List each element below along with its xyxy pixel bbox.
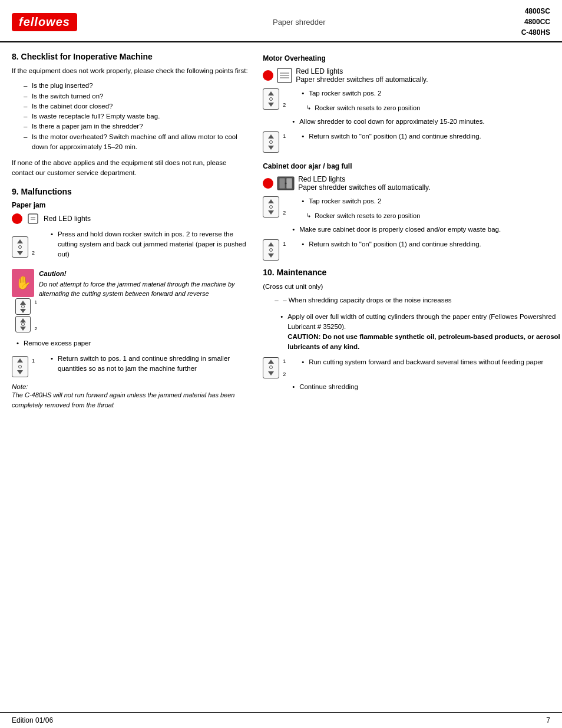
motor-return-switch-row: 1 Return switch to "on" position (1) and… <box>263 131 562 153</box>
motor-return-icon: 1 <box>263 131 279 153</box>
motor-overheating-header: Motor Overheating <box>263 54 562 62</box>
section10-subtitle: (Cross cut unit only) <box>263 282 562 292</box>
caution-body: Do not attempt to force the jammed mater… <box>39 279 249 299</box>
return-switch-row: 1 Return switch to pos. 1 and continue s… <box>12 354 249 380</box>
switch-container-return: 1 <box>12 356 32 377</box>
tri-down-r <box>17 370 23 374</box>
paper-jam-label: Paper jam <box>12 201 249 209</box>
circle-mid-2 <box>21 322 25 326</box>
model2: 4800CC <box>521 17 550 27</box>
note-block: Note: The C-480HS will not run forward a… <box>12 383 249 410</box>
tri-down-2 <box>20 327 26 331</box>
motor-red-led <box>263 70 273 81</box>
return-switch-item: Return switch to pos. 1 and continue shr… <box>51 354 249 374</box>
press-hold-bullets: Press and hold down rocker switch in pos… <box>46 229 249 261</box>
header: fellowes Paper shredder 4800SC 4800CC C-… <box>0 0 562 42</box>
cabinet-close-item: Make sure cabinet door is properly close… <box>292 225 562 235</box>
press-hold-bullet: Press and hold down rocker switch in pos… <box>51 229 249 260</box>
logo: fellowes <box>12 13 77 31</box>
section-9: 9. Malfunctions Paper jam Red LED lights <box>12 187 249 410</box>
section10-title: 10. Maintenance <box>263 268 562 277</box>
section10-caution-text: CAUTION: Do not use flammable synthetic … <box>287 333 560 350</box>
if-none-text: If none of the above applies and the equ… <box>12 158 249 179</box>
footer: Edition 01/06 7 <box>0 712 562 728</box>
check-item: Is waste receptacle full? Empty waste ba… <box>24 111 249 121</box>
switch-icon-pos2: 2 <box>12 236 28 258</box>
caution-block: ✋ 1 <box>12 269 249 332</box>
caution-title: Caution! <box>39 269 249 279</box>
cabinet-door-icon <box>277 176 295 190</box>
section10-oil-bullets: Apply oil over full width of cutting cyl… <box>263 312 562 353</box>
section9-title: 9. Malfunctions <box>12 187 249 196</box>
cabinet-return-container: 1 <box>263 239 283 261</box>
cabinet-led-text: Red LED lights <box>298 175 430 183</box>
switch-icon-stacked-1: 1 <box>15 298 31 315</box>
motor-cool-bullets: Allow shredder to cool down for approxim… <box>263 117 562 127</box>
footer-edition: Edition 01/06 <box>12 716 53 724</box>
left-column: 8. Checklist for Inoperative Machine If … <box>12 52 249 414</box>
right-column: Motor Overheating Red LED lights Paper s… <box>263 52 562 414</box>
circle-mid <box>21 305 25 308</box>
red-led-icon <box>12 213 22 224</box>
cab-circle-mid <box>269 205 273 209</box>
motor-return-num: 1 <box>283 133 286 151</box>
cabinet-door-section: Cabinet door ajar / bag full Red LED lig… <box>263 162 562 261</box>
motor-led-row: Red LED lights Paper shredder switches o… <box>263 67 562 84</box>
shredder-icon <box>27 213 39 225</box>
cabinet-red-led <box>263 178 273 189</box>
section8-intro: If the equipment does not work properly,… <box>12 66 249 76</box>
paper-jam-subsection: Paper jam Red LED lights <box>12 201 249 410</box>
maint-run-bullets: Run cutting system forward and backward … <box>297 357 543 368</box>
motor-tap-bullets: Tap rocker switch pos. 2 <box>297 88 420 98</box>
triangle-down <box>17 251 23 255</box>
note-body: The C-480HS will not run forward again u… <box>12 390 249 410</box>
led-row: Red LED lights <box>12 213 249 225</box>
check-item: Is the switch turned on? <box>24 91 249 101</box>
hand-symbol: ✋ <box>15 275 31 291</box>
page: fellowes Paper shredder 4800SC 4800CC C-… <box>0 0 562 728</box>
switch-icon-container: 2 <box>12 236 32 258</box>
svg-rect-0 <box>28 214 38 223</box>
check-item: Is there a paper jam in the shredder? <box>24 121 249 131</box>
header-center-text: Paper shredder <box>273 18 326 27</box>
section10-when: – When shredding capacity drops or the n… <box>275 295 562 305</box>
motor-sub1: Rocker switch resets to zero position <box>297 103 420 113</box>
check-item: Is the cabinet door closed? <box>24 101 249 111</box>
cabinet-return-icon: 1 <box>263 239 279 261</box>
stacked-switch-icons: 1 2 <box>15 298 31 332</box>
model1: 4800SC <box>521 6 550 17</box>
maint-run-item: Run cutting system forward and backward … <box>302 357 543 367</box>
circle-mid-r <box>18 365 22 368</box>
motor-tri-up <box>268 91 274 95</box>
cab-tri-down <box>268 210 274 215</box>
circle-middle <box>18 245 22 249</box>
maint-circle-mid <box>269 365 273 369</box>
section10-oil-item: Apply oil over full width of cutting cyl… <box>280 312 562 353</box>
motor-switch-container: 2 <box>263 88 283 110</box>
maint-switch-num2: 2 <box>283 371 286 377</box>
motor-cool-item: Allow shredder to cool down for approxim… <box>292 117 562 127</box>
model3: C-480HS <box>521 27 550 38</box>
triangle-up <box>17 239 23 243</box>
motor-return-tri-up <box>268 134 274 139</box>
cabinet-tap-block: Tap rocker switch pos. 2 Rocker switch r… <box>297 196 420 221</box>
maint-tri-down <box>268 371 274 375</box>
section10-when-list: – When shredding capacity drops or the n… <box>263 295 562 305</box>
maint-switch-icon: 1 2 <box>263 357 279 378</box>
svg-point-10 <box>285 183 287 185</box>
cabinet-return-bullets: Return switch to "on" position (1) and c… <box>297 239 481 251</box>
switch-number: 2 <box>32 250 35 256</box>
cabinet-return-row: 1 Return switch to "on" position (1) and… <box>263 239 562 261</box>
remove-excess-bullets: Remove excess paper <box>12 338 249 348</box>
motor-tap-block: Tap rocker switch pos. 2 Rocker switch r… <box>297 88 420 113</box>
switch-icon-return: 1 <box>12 356 28 377</box>
motor-led-text: Red LED lights <box>296 67 428 75</box>
section-8: 8. Checklist for Inoperative Machine If … <box>12 52 249 179</box>
main-content: 8. Checklist for Inoperative Machine If … <box>0 42 562 424</box>
cabinet-return-item: Return switch to "on" position (1) and c… <box>302 239 481 249</box>
maint-switch-row: 1 2 Run cutting system forward and backw… <box>263 357 562 378</box>
switch-row-pos2: 2 Press and hold down rocker switch in p… <box>12 229 249 266</box>
switch-icon-stacked-2: 2 <box>15 316 31 332</box>
motor-tri-down <box>268 103 274 107</box>
caution-text: Caution! Do not attempt to force the jam… <box>39 269 249 298</box>
